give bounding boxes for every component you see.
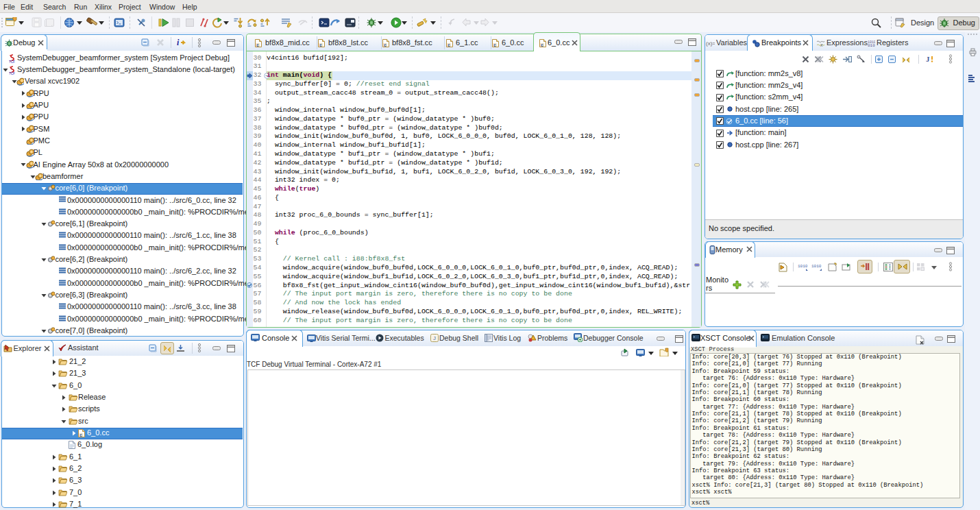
svg-text:c: c (384, 42, 387, 47)
svg-text:1010: 1010 (811, 264, 822, 269)
svg-text:J: J (926, 55, 930, 63)
svg-text:c: c (256, 42, 259, 47)
svg-text:c: c (541, 42, 543, 47)
svg-text:1010: 1010 (798, 264, 808, 269)
svg-text:TCF: TCF (9, 71, 15, 75)
svg-text:(x)=: (x)= (706, 40, 715, 47)
svg-text:J: J (432, 335, 436, 341)
svg-text:c: c (448, 42, 450, 47)
svg-text:0101: 0101 (868, 43, 875, 47)
svg-text:c: c (319, 42, 322, 47)
svg-text:TCF: TCF (9, 60, 15, 63)
svg-text:i: i (177, 38, 180, 47)
svg-text:c: c (79, 432, 82, 437)
svg-text:c: c (493, 42, 496, 47)
svg-text:x: x (820, 42, 823, 47)
